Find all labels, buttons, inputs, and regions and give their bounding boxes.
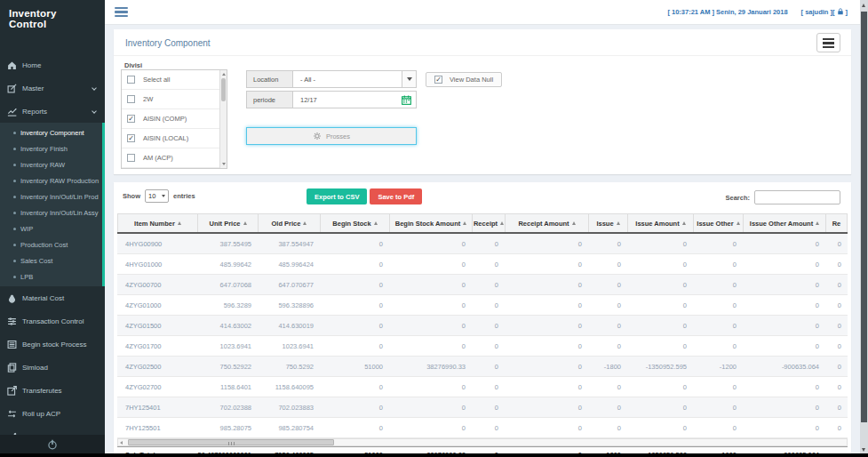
vertical-scrollbar[interactable] bbox=[860, 0, 868, 457]
divisi-option-select-all[interactable]: Select all bbox=[122, 70, 219, 90]
value-cell: 0 bbox=[320, 316, 389, 335]
column-header-re[interactable]: Re bbox=[825, 214, 848, 232]
topbar-user[interactable]: [ sajudin ][ ] bbox=[801, 8, 848, 16]
divisi-option-aisin-local[interactable]: ✓AISIN (LOCAL) bbox=[122, 129, 219, 148]
sidebar-item-material-cost[interactable]: Material Cost bbox=[0, 286, 105, 309]
sidebar-item-inventory-raw-production[interactable]: Inventory RAW Production bbox=[0, 172, 102, 188]
sidebar-item-sales-cost[interactable]: Sales Cost bbox=[0, 253, 102, 269]
checkbox-icon[interactable] bbox=[127, 95, 135, 103]
power-icon[interactable] bbox=[47, 439, 58, 450]
save-pdf-button[interactable]: Save to Pdf bbox=[370, 188, 422, 204]
column-header-unit-price[interactable]: Unit Price bbox=[197, 214, 258, 232]
sort-icon bbox=[374, 221, 378, 225]
sidebar-item-begin-stock-process[interactable]: Begin stock Process bbox=[0, 333, 105, 356]
sidebar-item-home[interactable]: Home bbox=[0, 53, 105, 76]
table-body: 4HYG00900387.55495387.5549470000000004HY… bbox=[117, 234, 848, 438]
view-null-checkbox[interactable]: ✓ bbox=[434, 76, 442, 84]
value-cell: 596.328896 bbox=[258, 295, 320, 315]
sort-icon bbox=[243, 221, 247, 225]
scroll-down-icon[interactable] bbox=[222, 163, 226, 165]
divisi-scroll-thumb[interactable] bbox=[221, 78, 226, 101]
process-button[interactable]: Prosses bbox=[246, 127, 417, 145]
value-cell: 0 bbox=[320, 275, 389, 294]
calendar-icon[interactable] bbox=[402, 95, 411, 105]
scroll-up-icon[interactable] bbox=[222, 73, 226, 76]
value-cell: 0 bbox=[472, 377, 505, 397]
panel-menu-button[interactable] bbox=[816, 33, 840, 52]
value-cell: 0 bbox=[693, 316, 743, 335]
view-data-null-toggle[interactable]: ✓ View Data Null bbox=[426, 72, 502, 87]
sidebar-item-wip[interactable]: WIP bbox=[0, 220, 102, 237]
sidebar-item-simload[interactable]: Simload bbox=[0, 356, 105, 379]
sidebar-item-inventory-inn-out-lin-prod[interactable]: Inventory Inn/Out/Lin Prod bbox=[0, 188, 102, 204]
value-cell: 0 bbox=[588, 377, 627, 397]
divisi-option-2w[interactable]: 2W bbox=[122, 90, 219, 109]
sidebar-item-transaction-control[interactable]: Transaction Control bbox=[0, 309, 105, 333]
sidebar-item-transferutes[interactable]: Transferutes bbox=[0, 379, 105, 402]
value-cell: 0 bbox=[588, 418, 627, 437]
sidebar-item-production-cost[interactable]: Production Cost bbox=[0, 237, 102, 253]
column-header-label: Receipt bbox=[474, 220, 498, 228]
scroll-up-icon[interactable] bbox=[862, 4, 865, 7]
value-cell: 0 bbox=[627, 397, 693, 417]
sidebar-item-master[interactable]: Master bbox=[0, 76, 105, 100]
value-cell: 0 bbox=[743, 336, 825, 356]
bullet-icon bbox=[13, 196, 16, 198]
sidebar-subitem-label: Inventory RAW bbox=[20, 161, 65, 169]
sidebar-item-roll-up-acp[interactable]: Roll up ACP bbox=[0, 402, 105, 425]
vertical-scroll-thumb[interactable] bbox=[861, 12, 867, 422]
divisi-scrollbar[interactable] bbox=[219, 70, 227, 168]
checkbox-icon[interactable]: ✓ bbox=[127, 134, 135, 142]
export-csv-button[interactable]: Export to CSV bbox=[307, 188, 367, 204]
chevron-down-icon bbox=[92, 85, 97, 91]
sidebar-item-lpb[interactable]: LPB bbox=[0, 269, 102, 285]
scroll-down-icon[interactable] bbox=[862, 448, 865, 452]
periode-input[interactable]: 12/17 bbox=[293, 96, 402, 104]
sidebar-item-inventory-inn-out-lin-assy[interactable]: Inventory Inn/Out/Lin Assy bbox=[0, 204, 102, 220]
value-cell: 0 bbox=[472, 234, 505, 253]
value-cell: 0 bbox=[743, 295, 825, 315]
checkbox-icon[interactable] bbox=[127, 76, 135, 84]
column-header-issue[interactable]: Issue bbox=[588, 214, 627, 232]
horizontal-scroll-thumb[interactable] bbox=[128, 439, 334, 445]
horizontal-scrollbar[interactable] bbox=[117, 438, 848, 446]
column-header-receipt[interactable]: Receipt bbox=[472, 214, 505, 232]
location-select[interactable]: - All - bbox=[293, 76, 402, 84]
value-cell: 0 bbox=[472, 418, 505, 437]
column-header-item-number[interactable]: Item Number bbox=[117, 214, 197, 232]
app-title: Inventory Control bbox=[0, 0, 105, 29]
chart-icon bbox=[7, 107, 17, 116]
value-cell: 51000 bbox=[320, 357, 389, 376]
scroll-left-icon[interactable] bbox=[120, 441, 123, 445]
value-cell: 0 bbox=[627, 234, 693, 253]
value-cell: 0 bbox=[693, 397, 743, 417]
value-cell: 647.070677 bbox=[258, 275, 320, 294]
location-dropdown-button[interactable] bbox=[402, 71, 416, 87]
column-header-receipt-amount[interactable]: Receipt Amount bbox=[505, 214, 588, 232]
column-header-issue-other[interactable]: Issue Other bbox=[693, 214, 743, 232]
bullet-icon bbox=[13, 260, 16, 262]
column-header-begin-stock[interactable]: Begin Stock bbox=[320, 214, 389, 232]
column-header-issue-amount[interactable]: Issue Amount bbox=[627, 214, 693, 232]
column-header-begin-stock-amount[interactable]: Begin Stock Amount bbox=[389, 214, 472, 232]
checkbox-icon[interactable]: ✓ bbox=[127, 115, 135, 123]
divisi-option-am-acp[interactable]: AM (ACP) bbox=[122, 148, 219, 168]
sidebar-item-label: Transaction Control bbox=[22, 317, 84, 325]
divisi-option-aisin-comp[interactable]: ✓AISIN (COMP) bbox=[122, 109, 219, 129]
sidebar-item-inventory-raw[interactable]: Inventory RAW bbox=[0, 156, 102, 172]
column-header-label: Issue Amount bbox=[635, 220, 679, 228]
sidebar-subitem-label: Inventory Finish bbox=[20, 145, 68, 153]
sidebar-item-inventory-finish[interactable]: Inventory Finish bbox=[0, 140, 102, 156]
search-input[interactable] bbox=[754, 190, 840, 204]
sidebar-toggle-hamburger-icon[interactable] bbox=[115, 5, 128, 19]
sidebar-item-reports[interactable]: Reports bbox=[0, 100, 105, 123]
column-header-old-price[interactable]: Old Price bbox=[258, 214, 320, 232]
column-header-issue-other-amount[interactable]: Issue Other Amount bbox=[743, 214, 825, 232]
checkbox-icon[interactable] bbox=[127, 154, 135, 162]
value-cell: 0 bbox=[505, 254, 588, 274]
sidebar-item-inventory-component[interactable]: Inventory Component bbox=[0, 124, 102, 140]
page-size-select[interactable]: 10 bbox=[145, 189, 169, 203]
value-cell: -1200 bbox=[693, 357, 743, 376]
value-cell: 0 bbox=[693, 377, 743, 397]
bullet-icon bbox=[13, 276, 16, 278]
